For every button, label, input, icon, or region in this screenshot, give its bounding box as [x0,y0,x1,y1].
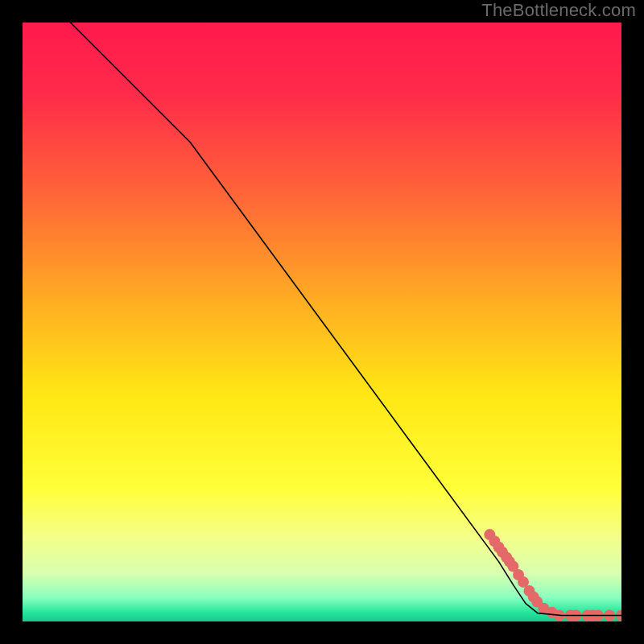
watermark-text: TheBottleneck.com [481,0,636,21]
bottleneck-chart [23,23,621,621]
chart-frame: TheBottleneck.com [0,0,644,644]
